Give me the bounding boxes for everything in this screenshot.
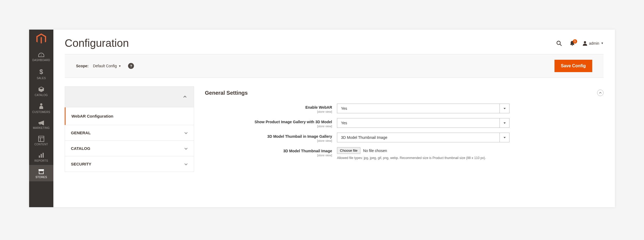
- sidebar-item-label: MARKETING: [33, 126, 50, 129]
- config-nav-item-security[interactable]: SECURITY: [65, 156, 194, 172]
- config-nav-label: SECURITY: [71, 162, 91, 166]
- svg-point-0: [40, 103, 42, 105]
- svg-point-7: [557, 41, 560, 44]
- notifications-button[interactable]: 1: [570, 40, 575, 46]
- magento-logo-icon: [36, 33, 46, 45]
- field-label-col: 3D Model Thumbail in Image Gallery [stor…: [205, 133, 337, 142]
- sidebar-item-sales[interactable]: $ SALES: [29, 64, 53, 82]
- svg-line-8: [560, 44, 562, 45]
- field-scope-hint: [store view]: [205, 139, 332, 142]
- file-hint: Allowed file types: jpg, jpeg, gif, png,…: [337, 156, 504, 160]
- save-config-button[interactable]: Save Config: [555, 60, 592, 72]
- field-scope-hint: [store view]: [205, 154, 332, 157]
- config-nav-item-general[interactable]: GENERAL: [65, 125, 194, 141]
- field-label-col: 3D Model Thumbnail Image [store view]: [205, 147, 337, 157]
- chart-icon: [38, 152, 44, 158]
- main-area: Configuration 1 admin ▼: [53, 30, 615, 207]
- select-value: Yes: [337, 121, 351, 125]
- magento-logo[interactable]: [29, 30, 53, 48]
- sidebar-item-content[interactable]: CONTENT: [29, 132, 53, 149]
- chevron-up-icon: [183, 95, 187, 99]
- thumb-mode-select[interactable]: 3D Model Thumbnail Image: [337, 133, 509, 142]
- chevron-down-icon: [184, 162, 188, 166]
- user-icon: [583, 41, 587, 46]
- sidebar-item-label: REPORTS: [35, 159, 48, 162]
- sidebar-item-marketing[interactable]: MARKETING: [29, 116, 53, 132]
- svg-rect-4: [39, 156, 40, 158]
- user-menu[interactable]: admin ▼: [583, 41, 604, 46]
- sidebar: DASHBOARD $ SALES CATALOG CUSTOMERS: [29, 30, 53, 207]
- settings-header: General Settings: [205, 86, 604, 104]
- field-show-gallery: Show Product Image Gallery with 3D Model…: [205, 118, 604, 128]
- header-actions: 1 admin ▼: [556, 40, 604, 46]
- app-container: DASHBOARD $ SALES CATALOG CUSTOMERS: [29, 30, 615, 207]
- select-arrow: [500, 118, 509, 128]
- sidebar-item-dashboard[interactable]: DASHBOARD: [29, 48, 53, 64]
- select-arrow: [500, 133, 509, 142]
- dollar-icon: $: [39, 68, 43, 76]
- sidebar-item-reports[interactable]: REPORTS: [29, 149, 53, 165]
- choose-file-button[interactable]: Choose file: [337, 147, 360, 154]
- file-input-row: Choose file No file chosen: [337, 147, 509, 154]
- select-arrow: [500, 104, 509, 113]
- svg-rect-6: [43, 153, 44, 158]
- scope-left: Scope: Default Config ▼ ?: [76, 63, 134, 69]
- config-nav-item-catalog[interactable]: CATALOG: [65, 141, 194, 156]
- config-nav-item-webar[interactable]: WebAR Configuration: [65, 107, 194, 125]
- field-scope-hint: [store view]: [205, 110, 332, 113]
- chevron-down-icon: ▼: [601, 42, 604, 45]
- field-enable-webar: Enable WebAR [store view] Yes: [205, 104, 604, 113]
- sidebar-item-customers[interactable]: CUSTOMERS: [29, 99, 53, 116]
- megaphone-icon: [38, 120, 44, 125]
- show-gallery-select[interactable]: Yes: [337, 118, 509, 128]
- chevron-down-icon: ▼: [118, 65, 121, 68]
- select-value: 3D Model Thumbnail Image: [337, 135, 391, 140]
- sidebar-item-label: SALES: [37, 77, 46, 80]
- config-nav-label: CATALOG: [71, 146, 90, 151]
- sidebar-item-catalog[interactable]: CATALOG: [29, 82, 53, 99]
- field-label: Show Product Image Gallery with 3D Model: [205, 120, 332, 124]
- content-area: WebAR Configuration GENERAL CATALOG SECU…: [53, 86, 615, 207]
- settings-panel: General Settings Enable WebAR [store vie…: [205, 86, 604, 207]
- sidebar-item-label: STORES: [36, 176, 47, 179]
- field-label: Enable WebAR: [205, 105, 332, 110]
- scope-bar: Scope: Default Config ▼ ? Save Config: [65, 54, 604, 78]
- select-value: Yes: [337, 106, 351, 111]
- page-header: Configuration 1 admin ▼: [53, 30, 615, 54]
- viewport: DASHBOARD $ SALES CATALOG CUSTOMERS: [0, 0, 644, 240]
- chevron-down-icon: [184, 131, 188, 135]
- dashboard-icon: [38, 52, 45, 58]
- svg-rect-5: [41, 154, 42, 158]
- sidebar-item-stores[interactable]: STORES: [29, 165, 53, 181]
- field-label: 3D Model Thumbnail Image: [205, 149, 332, 153]
- field-label-col: Show Product Image Gallery with 3D Model…: [205, 118, 337, 128]
- store-icon: [38, 169, 44, 175]
- sidebar-item-label: DASHBOARD: [32, 59, 50, 62]
- settings-title: General Settings: [205, 90, 248, 96]
- field-input-col: Choose file No file chosen Allowed file …: [337, 147, 509, 160]
- scope-selector[interactable]: Default Config ▼: [93, 64, 121, 68]
- config-nav: WebAR Configuration GENERAL CATALOG SECU…: [65, 86, 194, 207]
- config-nav-collapse[interactable]: [65, 86, 194, 107]
- sidebar-item-label: CATALOG: [35, 94, 48, 97]
- field-thumb-mode: 3D Model Thumbail in Image Gallery [stor…: [205, 133, 604, 142]
- scope-value: Default Config: [93, 64, 117, 68]
- help-button[interactable]: ?: [128, 63, 134, 69]
- scope-label: Scope:: [76, 64, 89, 68]
- field-label-col: Enable WebAR [store view]: [205, 104, 337, 113]
- page-title: Configuration: [65, 37, 129, 49]
- field-label: 3D Model Thumbail in Image Gallery: [205, 134, 332, 139]
- enable-webar-select[interactable]: Yes: [337, 104, 509, 113]
- sidebar-item-label: CUSTOMERS: [32, 111, 50, 114]
- field-scope-hint: [store view]: [205, 125, 332, 128]
- svg-rect-1: [39, 136, 44, 142]
- field-input-col: Yes: [337, 118, 509, 128]
- person-icon: [39, 103, 43, 110]
- user-label: admin: [589, 41, 599, 45]
- search-button[interactable]: [556, 40, 562, 46]
- collapse-section-button[interactable]: [597, 90, 604, 96]
- svg-point-9: [584, 41, 586, 43]
- chevron-down-icon: [184, 147, 188, 150]
- search-icon: [556, 40, 562, 46]
- field-input-col: Yes: [337, 104, 509, 113]
